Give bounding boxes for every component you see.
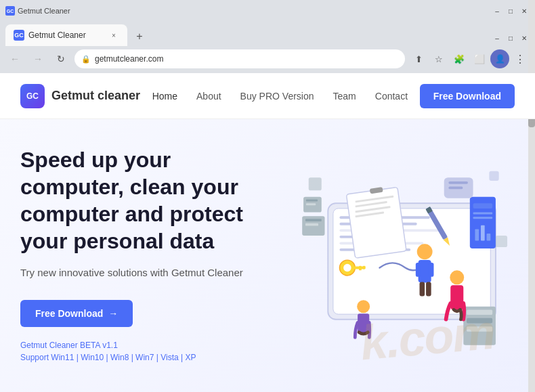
reload-button[interactable]: ↻	[51, 49, 70, 68]
menu-button[interactable]: ⋮	[511, 49, 530, 68]
back-button[interactable]: ←	[5, 49, 24, 68]
browser-restore[interactable]: □	[505, 32, 516, 43]
svg-rect-28	[306, 200, 318, 202]
hero-cta-label: Free Download	[35, 308, 103, 319]
forward-button[interactable]: →	[28, 49, 47, 68]
brand-name: Getmut cleaner	[51, 89, 140, 103]
hero-support: Support Win11 | Win10 | Win8 | Win7 | Vi…	[20, 353, 278, 362]
nav-contact[interactable]: Contact	[375, 91, 408, 102]
svg-rect-52	[309, 177, 322, 190]
svg-rect-29	[306, 203, 316, 205]
nav-pro[interactable]: Buy PRO Version	[240, 91, 314, 102]
tab-favicon-small: GC	[5, 6, 15, 16]
lock-icon: 🔒	[81, 55, 91, 64]
svg-rect-21	[475, 229, 479, 240]
profile-button[interactable]: 👤	[490, 49, 509, 68]
nav-links: Home About Buy PRO Version Team Contact	[152, 91, 408, 102]
svg-rect-18	[473, 203, 493, 209]
svg-rect-26	[305, 223, 318, 226]
svg-rect-20	[473, 217, 493, 219]
window-controls: – □ ✕	[492, 5, 530, 16]
svg-point-45	[357, 300, 370, 313]
svg-rect-41	[420, 282, 425, 296]
nav-logo: GC Getmut cleaner	[20, 84, 140, 108]
address-actions: ⬆ ☆ 🧩 ⬜ 👤 ⋮	[409, 49, 530, 68]
share-button[interactable]: ⬆	[409, 49, 428, 68]
svg-point-48	[343, 264, 351, 271]
hero-title: Speed up your computer, clean your compu…	[20, 146, 278, 255]
browser-minimize[interactable]: –	[492, 32, 502, 43]
new-tab-button[interactable]: +	[130, 27, 149, 46]
svg-rect-22	[481, 225, 485, 241]
extensions-button[interactable]: 🧩	[450, 49, 469, 68]
hero-subtitle: Try new innovative solutions with Getmut…	[20, 265, 278, 281]
nav-about[interactable]: About	[196, 91, 221, 102]
nav-team[interactable]: Team	[333, 91, 356, 102]
star-button[interactable]: ☆	[429, 49, 448, 68]
watermark: k.com	[358, 304, 496, 371]
address-bar: ← → ↻ 🔒 getmutcleaner.com ⬆ ☆ 🧩 ⬜ 👤 ⋮	[0, 46, 535, 73]
hero-content: Speed up your computer, clean your compu…	[20, 146, 278, 362]
hero-cta-button[interactable]: Free Download →	[20, 300, 133, 327]
window-title: Getmut Cleaner	[18, 7, 70, 15]
site-nav: GC Getmut cleaner Home About Buy PRO Ver…	[0, 73, 535, 119]
svg-rect-53	[496, 236, 507, 247]
svg-point-37	[417, 244, 433, 259]
svg-rect-25	[305, 219, 322, 221]
website-content: GC Getmut cleaner Home About Buy PRO Ver…	[0, 73, 535, 392]
tab-close-button[interactable]: ×	[108, 30, 119, 41]
hero-version: Getmut Cleaner BETA v1.1	[20, 341, 278, 350]
hero-section: Speed up your computer, clean your compu…	[0, 119, 535, 392]
svg-rect-51	[363, 266, 366, 269]
svg-rect-39	[416, 263, 421, 277]
svg-rect-54	[489, 171, 498, 181]
restore-button[interactable]: □	[505, 5, 516, 16]
svg-rect-40	[429, 263, 434, 277]
svg-point-43	[450, 270, 464, 284]
scrollbar[interactable]	[528, 0, 535, 392]
svg-rect-42	[426, 282, 431, 296]
minimize-button[interactable]: –	[492, 5, 502, 16]
svg-rect-32	[448, 187, 463, 190]
address-input[interactable]: 🔒 getmutcleaner.com	[74, 49, 405, 68]
tab-bar: GC Getmut Cleaner × + – □ ✕	[0, 22, 535, 46]
address-text: getmutcleaner.com	[95, 54, 398, 64]
hero-cta-arrow: →	[108, 308, 118, 319]
tab-title: Getmut Cleaner	[28, 30, 104, 40]
tab-favicon: GC	[14, 30, 24, 41]
active-tab[interactable]: GC Getmut Cleaner ×	[5, 24, 127, 46]
svg-rect-11	[346, 187, 406, 258]
svg-rect-19	[473, 213, 493, 215]
svg-rect-50	[359, 266, 362, 271]
nav-free-download-button[interactable]: Free Download	[420, 84, 515, 108]
svg-rect-23	[487, 234, 491, 240]
logo-icon: GC	[20, 84, 45, 108]
cast-button[interactable]: ⬜	[470, 49, 489, 68]
nav-home[interactable]: Home	[152, 91, 177, 102]
svg-rect-31	[448, 181, 468, 184]
title-bar: GC Getmut Cleaner – □ ✕	[0, 0, 535, 22]
